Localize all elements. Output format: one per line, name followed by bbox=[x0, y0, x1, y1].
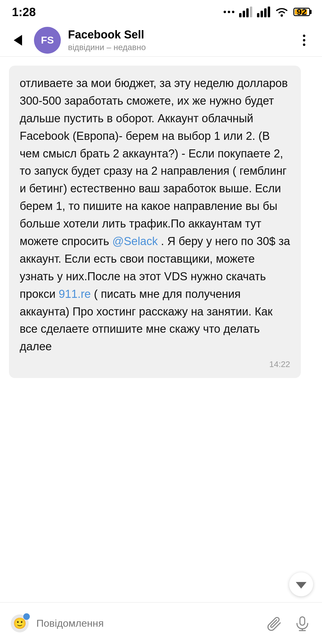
signal-dots-icon bbox=[224, 8, 234, 16]
svg-rect-12 bbox=[300, 617, 305, 625]
status-icons: 92 bbox=[224, 7, 310, 17]
chat-header: FS Facebook Sell відвідини – недавно bbox=[0, 24, 322, 57]
scroll-down-button[interactable] bbox=[289, 572, 313, 596]
input-bar: 🙂 bbox=[0, 602, 322, 644]
svg-rect-3 bbox=[239, 13, 242, 17]
message-area: отливаете за мои бюджет, за эту неделю д… bbox=[0, 57, 322, 602]
wifi-icon bbox=[275, 7, 289, 17]
microphone-icon bbox=[295, 616, 310, 631]
attach-button[interactable] bbox=[264, 613, 286, 634]
contact-name: Facebook Sell bbox=[68, 28, 295, 42]
back-arrow-icon bbox=[14, 35, 22, 46]
svg-rect-7 bbox=[257, 13, 259, 17]
message-text-part1: отливаете за мои бюджет, за эту неделю д… bbox=[20, 77, 288, 247]
svg-rect-10 bbox=[268, 7, 270, 17]
message-time: 14:22 bbox=[20, 360, 290, 369]
attach-icon bbox=[267, 616, 283, 631]
svg-rect-8 bbox=[261, 11, 263, 17]
more-options-button[interactable] bbox=[295, 31, 313, 49]
svg-rect-4 bbox=[243, 11, 245, 17]
svg-point-0 bbox=[224, 11, 226, 13]
status-time: 1:28 bbox=[12, 5, 36, 19]
svg-point-2 bbox=[232, 11, 234, 13]
emoji-button[interactable]: 🙂 bbox=[9, 613, 30, 634]
dot1 bbox=[303, 35, 305, 37]
svg-point-1 bbox=[228, 11, 230, 13]
avatar-initials: FS bbox=[41, 34, 54, 46]
dot2 bbox=[303, 39, 305, 41]
contact-avatar: FS bbox=[34, 27, 61, 54]
message-bubble: отливаете за мои бюджет, за эту неделю д… bbox=[9, 66, 301, 378]
dot3 bbox=[303, 44, 305, 46]
svg-rect-9 bbox=[264, 8, 267, 17]
status-bar: 1:28 92 bbox=[0, 0, 322, 24]
proxy-link[interactable]: 911.re bbox=[59, 288, 91, 300]
contact-status: відвідини – недавно bbox=[68, 43, 295, 52]
battery-icon: 92 bbox=[293, 8, 310, 16]
mention-link[interactable]: @Selack bbox=[112, 235, 158, 247]
emoji-icon: 🙂 bbox=[11, 614, 29, 632]
svg-rect-6 bbox=[250, 7, 252, 17]
message-text: отливаете за мои бюджет, за эту неделю д… bbox=[20, 75, 290, 355]
signal-bars2-icon bbox=[257, 7, 270, 17]
signal-bars-icon bbox=[239, 7, 252, 17]
microphone-button[interactable] bbox=[292, 613, 313, 634]
contact-info[interactable]: Facebook Sell відвідини – недавно bbox=[68, 28, 295, 52]
back-button[interactable] bbox=[9, 31, 27, 49]
emoji-badge bbox=[23, 613, 30, 620]
svg-rect-5 bbox=[246, 8, 249, 17]
svg-point-11 bbox=[281, 14, 283, 17]
message-input[interactable] bbox=[36, 612, 258, 635]
chevron-down-icon bbox=[296, 582, 306, 589]
